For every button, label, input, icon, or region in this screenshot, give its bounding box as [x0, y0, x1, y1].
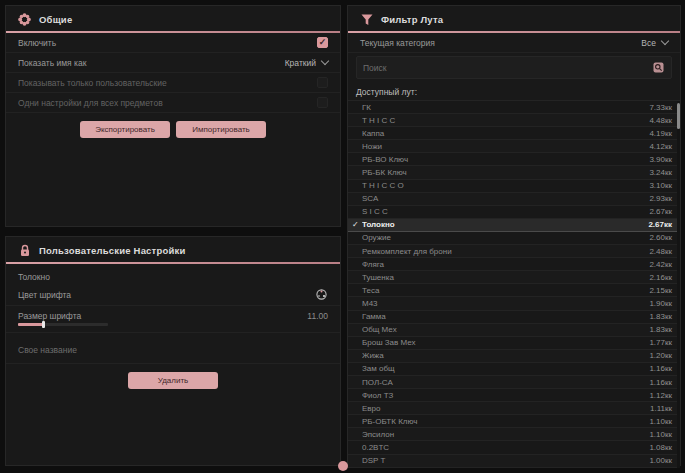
loot-row[interactable]: Общ Мех1.83кк [348, 324, 680, 337]
import-button[interactable]: Импортировать [176, 121, 266, 138]
loot-row[interactable]: РБ-ВО Ключ3.90кк [348, 153, 680, 166]
category-value: Все [641, 38, 656, 48]
loot-item-value: 2.48кк [649, 247, 672, 256]
loot-item-value: 4.19кк [649, 129, 672, 138]
loot-item-name: ПОЛ-СА [362, 378, 649, 387]
loot-item-value: 3.90кк [649, 155, 672, 164]
loot-item-name: Ремкомплект для брони [362, 247, 649, 256]
search-icon[interactable] [652, 61, 665, 74]
category-select[interactable]: Все [641, 38, 668, 48]
loot-item-name: Зам общ [362, 364, 649, 373]
enable-checkbox[interactable] [317, 37, 328, 48]
loot-item-name: Ножи [362, 142, 649, 151]
loot-row[interactable]: DSP Т1.00кк [348, 455, 680, 468]
loot-row[interactable]: Жижа1.20кк [348, 350, 680, 363]
selected-check-icon: ✓ [352, 221, 362, 229]
loot-row[interactable]: S I C C2.67кк [348, 206, 680, 219]
loot-list-scrollbar[interactable] [677, 101, 680, 468]
loot-row[interactable]: Ремкомплект для брони2.48кк [348, 245, 680, 258]
export-button[interactable]: Экспортировать [80, 121, 170, 138]
loot-item-value: 1.16кк [649, 378, 672, 387]
category-row: Текущая категория Все [348, 33, 680, 53]
available-loot-label: Доступный лут: [348, 82, 680, 100]
loot-item-value: 2.42кк [649, 260, 672, 269]
loot-item-value: 2.67кк [649, 207, 672, 216]
slider-fill [18, 323, 43, 326]
loot-item-value: 1.83кк [649, 325, 672, 334]
lock-icon [18, 244, 31, 257]
loot-row[interactable]: Каппа4.19кк [348, 127, 680, 140]
search-placeholder: Поиск [363, 63, 387, 73]
loot-row[interactable]: Зам общ1.16кк [348, 363, 680, 376]
loot-item-value: 7.33кк [649, 103, 672, 112]
loot-item-name: DSP Т [362, 456, 649, 465]
loot-item-name: Жижа [362, 351, 649, 360]
loot-list: ГК7.33ккT H I C C4.48ккКаппа4.19ккНожи4.… [348, 100, 680, 468]
custom-name-input[interactable]: Свое название [6, 333, 340, 364]
loot-item-name: Гамма [362, 312, 649, 321]
loot-row[interactable]: Евро1.11кк [348, 402, 680, 415]
loot-row[interactable]: Брош Зав Мех1.77кк [348, 337, 680, 350]
loot-row[interactable]: T H I C C4.48кк [348, 114, 680, 127]
loot-row[interactable]: Ножи4.12кк [348, 140, 680, 153]
loot-filter-panel: Фильтр Лута Текущая категория Все Поиск … [347, 5, 681, 466]
loot-row[interactable]: Фиол ТЗ1.12кк [348, 389, 680, 402]
loot-item-value: 3.24кк [649, 168, 672, 177]
window-collapse-grip[interactable] [338, 461, 348, 471]
loot-item-value: 3.10кк [649, 181, 672, 190]
slider-handle[interactable] [42, 321, 45, 328]
font-color-label: Цвет шрифта [18, 290, 71, 300]
loot-item-name: Общ Мех [362, 325, 649, 334]
loot-item-value: 2.15кк [649, 286, 672, 295]
loot-row[interactable]: 0.2BTC1.08кк [348, 441, 680, 454]
color-wheel-icon[interactable] [315, 288, 328, 301]
category-label: Текущая категория [360, 38, 435, 48]
loot-item-value: 2.93кк [649, 194, 672, 203]
general-panel-header: Общие [6, 6, 340, 31]
same-settings-checkbox[interactable] [317, 97, 328, 108]
loot-row[interactable]: Фляга2.42кк [348, 258, 680, 271]
loot-row[interactable]: T H I C C О3.10кк [348, 180, 680, 193]
loot-item-value: 4.48кк [649, 116, 672, 125]
loot-item-name: 0.2BTC [362, 443, 649, 452]
same-settings-label: Одни настройки для всех предметов [18, 98, 163, 108]
name-display-value: Краткий [285, 58, 316, 68]
loot-item-value: 1.20кк [649, 351, 672, 360]
name-display-select[interactable]: Краткий [285, 58, 328, 68]
loot-row[interactable]: Тушенка2.16кк [348, 271, 680, 284]
only-custom-label: Показывать только пользовательские [18, 78, 167, 88]
loot-item-name: М43 [362, 299, 649, 308]
same-settings-row: Одни настройки для всех предметов [6, 93, 340, 113]
only-custom-checkbox[interactable] [317, 77, 328, 88]
name-display-row: Показать имя как Краткий [6, 53, 340, 73]
loot-row[interactable]: SCA2.93кк [348, 193, 680, 206]
loot-row[interactable]: Оружие2.60кк [348, 232, 680, 245]
font-size-slider[interactable] [18, 323, 108, 326]
enable-row: Включить [6, 33, 340, 53]
loot-row[interactable]: ✓Толокно2.67кк [348, 219, 680, 232]
loot-row[interactable]: ГК7.33кк [348, 101, 680, 114]
loot-row[interactable]: Теса2.15кк [348, 284, 680, 297]
loot-item-name: ГК [362, 103, 649, 112]
loot-row[interactable]: Эпсилон1.10кк [348, 428, 680, 441]
loot-row[interactable]: ПОЛ-СА1.16кк [348, 376, 680, 389]
loot-row[interactable]: РБ-ОБТК Ключ1.10кк [348, 415, 680, 428]
loot-item-value: 2.67кк [648, 220, 672, 229]
loot-row[interactable]: Гамма1.83кк [348, 311, 680, 324]
loot-item-name: Эпсилон [362, 430, 649, 439]
custom-settings-panel: Пользовательские Настройки Толокно Цвет … [5, 236, 341, 466]
loot-row[interactable]: РБ-БК Ключ3.24кк [348, 166, 680, 179]
delete-button[interactable]: Удалить [128, 372, 218, 389]
scrollbar-thumb[interactable] [677, 103, 680, 129]
panel-title: Фильтр Лута [381, 14, 443, 25]
loot-item-name: SCA [362, 194, 649, 203]
funnel-icon [360, 13, 373, 26]
selected-item-name: Толокно [6, 264, 340, 284]
only-custom-row: Показывать только пользовательские [6, 73, 340, 93]
search-input[interactable]: Поиск [356, 56, 672, 79]
loot-row[interactable]: М431.90кк [348, 297, 680, 310]
chevron-down-icon [661, 37, 669, 45]
loot-item-name: Тушенка [362, 273, 649, 282]
panel-title: Общие [39, 14, 72, 25]
font-size-row: Размер шрифта 11.00 [6, 306, 340, 322]
